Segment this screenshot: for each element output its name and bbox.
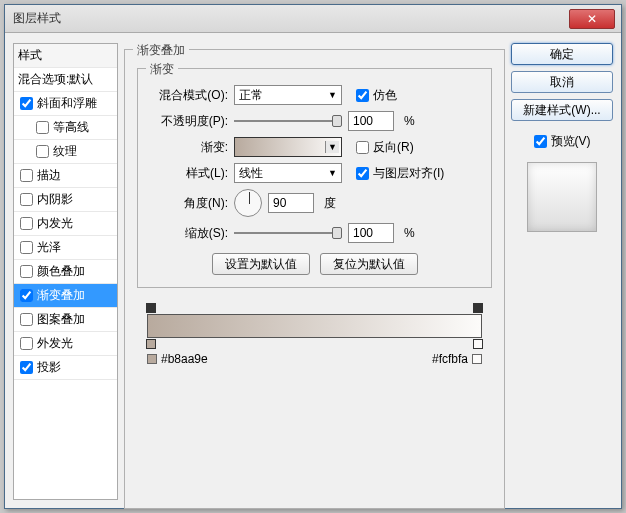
right-column: 确定 取消 新建样式(W)... 预览(V) [511, 43, 613, 500]
sidebar-item-label: 颜色叠加 [37, 263, 85, 280]
dither-check-input[interactable] [356, 89, 369, 102]
sidebar-item-11[interactable]: 投影 [14, 356, 117, 380]
opacity-label: 不透明度(P): [150, 113, 228, 130]
right-stop-label: #fcfbfa [432, 352, 482, 366]
new-style-button[interactable]: 新建样式(W)... [511, 99, 613, 121]
ok-button[interactable]: 确定 [511, 43, 613, 65]
scale-slider[interactable] [234, 225, 342, 241]
sidebar-item-label: 描边 [37, 167, 61, 184]
scale-input[interactable]: 100 [348, 223, 394, 243]
align-layer-checkbox[interactable]: 与图层对齐(I) [356, 165, 444, 182]
gradient-label: 渐变: [150, 139, 228, 156]
style-combo[interactable]: 线性 ▼ [234, 163, 342, 183]
align-label: 与图层对齐(I) [373, 165, 444, 182]
sidebar-item-7[interactable]: 颜色叠加 [14, 260, 117, 284]
angle-dial[interactable] [234, 189, 262, 217]
sidebar-check-1[interactable] [36, 121, 49, 134]
color-stop-right[interactable] [473, 339, 483, 349]
sidebar-check-11[interactable] [20, 361, 33, 374]
sidebar-blend-options[interactable]: 混合选项:默认 [14, 68, 117, 92]
sidebar-item-label: 斜面和浮雕 [37, 95, 97, 112]
inner-group-title: 渐变 [146, 61, 178, 78]
close-button[interactable]: ✕ [569, 9, 615, 29]
blend-mode-value: 正常 [239, 87, 263, 104]
angle-label: 角度(N): [150, 195, 228, 212]
sidebar-item-label: 外发光 [37, 335, 73, 352]
window-title: 图层样式 [5, 10, 61, 27]
align-check-input[interactable] [356, 167, 369, 180]
sidebar-check-2[interactable] [36, 145, 49, 158]
reverse-check-input[interactable] [356, 141, 369, 154]
reverse-label: 反向(R) [373, 139, 414, 156]
main-panel: 渐变叠加 渐变 混合模式(O): 正常 ▼ 仿色 [124, 43, 505, 500]
sidebar-check-7[interactable] [20, 265, 33, 278]
sidebar-check-10[interactable] [20, 337, 33, 350]
reset-default-button[interactable]: 复位为默认值 [320, 253, 418, 275]
sidebar-item-6[interactable]: 光泽 [14, 236, 117, 260]
sidebar-item-label: 投影 [37, 359, 61, 376]
opacity-input[interactable]: 100 [348, 111, 394, 131]
sidebar-check-6[interactable] [20, 241, 33, 254]
percent-unit: % [404, 114, 415, 128]
sidebar-check-4[interactable] [20, 193, 33, 206]
color-stop-left[interactable] [146, 339, 156, 349]
preview-checkbox[interactable]: 预览(V) [511, 133, 613, 150]
sidebar-item-3[interactable]: 描边 [14, 164, 117, 188]
sidebar-item-label: 渐变叠加 [37, 287, 85, 304]
sidebar-item-label: 图案叠加 [37, 311, 85, 328]
angle-input[interactable]: 90 [268, 193, 314, 213]
sidebar-item-2[interactable]: 纹理 [14, 140, 117, 164]
blend-mode-label: 混合模式(O): [150, 87, 228, 104]
preview-check-input[interactable] [534, 135, 547, 148]
sidebar-item-label: 光泽 [37, 239, 61, 256]
sidebar-check-0[interactable] [20, 97, 33, 110]
style-label: 样式(L): [150, 165, 228, 182]
layer-style-dialog: 图层样式 ✕ 样式 混合选项:默认 斜面和浮雕等高线纹理描边内阴影内发光光泽颜色… [4, 4, 622, 509]
sidebar-item-label: 纹理 [53, 143, 77, 160]
angle-unit: 度 [324, 195, 336, 212]
dither-label: 仿色 [373, 87, 397, 104]
sidebar-item-1[interactable]: 等高线 [14, 116, 117, 140]
sidebar-item-label: 等高线 [53, 119, 89, 136]
sidebar-check-3[interactable] [20, 169, 33, 182]
sidebar-check-9[interactable] [20, 313, 33, 326]
sidebar-header[interactable]: 样式 [14, 44, 117, 68]
sidebar-item-10[interactable]: 外发光 [14, 332, 117, 356]
sidebar-item-9[interactable]: 图案叠加 [14, 308, 117, 332]
sidebar-item-label: 内阴影 [37, 191, 73, 208]
titlebar: 图层样式 ✕ [5, 5, 621, 33]
gradient-picker[interactable]: ▼ [234, 137, 342, 157]
chevron-down-icon: ▼ [325, 141, 339, 153]
percent-unit-2: % [404, 226, 415, 240]
sidebar-item-label: 内发光 [37, 215, 73, 232]
swatch-icon [147, 354, 157, 364]
sidebar-item-0[interactable]: 斜面和浮雕 [14, 92, 117, 116]
group-title: 渐变叠加 [133, 42, 189, 59]
opacity-slider[interactable] [234, 113, 342, 129]
gradient-editor: #b8aa9e #fcfbfa [137, 314, 492, 366]
reverse-checkbox[interactable]: 反向(R) [356, 139, 414, 156]
opacity-stop-left[interactable] [146, 303, 156, 313]
set-default-button[interactable]: 设置为默认值 [212, 253, 310, 275]
dither-checkbox[interactable]: 仿色 [356, 87, 397, 104]
sidebar-check-5[interactable] [20, 217, 33, 230]
scale-label: 缩放(S): [150, 225, 228, 242]
chevron-down-icon: ▼ [328, 90, 337, 100]
style-value: 线性 [239, 165, 263, 182]
preview-label: 预览(V) [551, 133, 591, 150]
gradient-bar[interactable] [147, 314, 482, 338]
left-stop-label: #b8aa9e [147, 352, 208, 366]
sidebar-item-4[interactable]: 内阴影 [14, 188, 117, 212]
blend-mode-combo[interactable]: 正常 ▼ [234, 85, 342, 105]
swatch-icon [472, 354, 482, 364]
opacity-stop-right[interactable] [473, 303, 483, 313]
cancel-button[interactable]: 取消 [511, 71, 613, 93]
sidebar-item-8[interactable]: 渐变叠加 [14, 284, 117, 308]
chevron-down-icon: ▼ [328, 168, 337, 178]
styles-sidebar: 样式 混合选项:默认 斜面和浮雕等高线纹理描边内阴影内发光光泽颜色叠加渐变叠加图… [13, 43, 118, 500]
preview-thumbnail [527, 162, 597, 232]
sidebar-item-5[interactable]: 内发光 [14, 212, 117, 236]
sidebar-check-8[interactable] [20, 289, 33, 302]
